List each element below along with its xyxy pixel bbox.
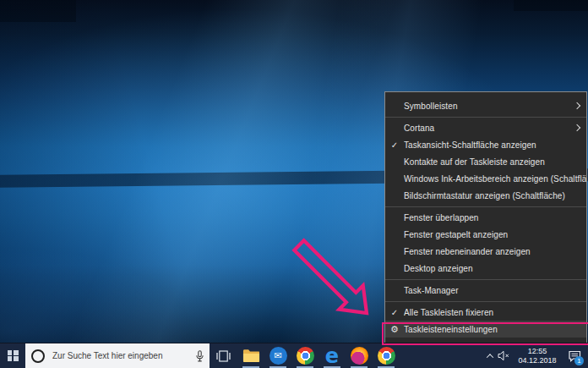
menu-item-taskansicht[interactable]: ✓ Taskansicht-Schaltfläche anzeigen: [385, 136, 586, 153]
wallpaper-dark-rect-topright: [514, 0, 588, 11]
menu-item-label: Kontakte auf der Taskleiste anzeigen: [404, 157, 586, 167]
menu-separator: [385, 206, 586, 207]
taskbar-app-chrome-2[interactable]: [373, 343, 400, 368]
menu-item-label: Task-Manager: [404, 286, 586, 295]
clock-time: 12:55: [515, 347, 559, 356]
taskbar-app-edge[interactable]: e: [318, 343, 346, 368]
desktop-screen: Symbolleisten Cortana ✓ Taskansicht-Scha…: [0, 0, 588, 368]
notification-badge: 1: [574, 356, 584, 365]
menu-item-label: Fenster überlappen: [404, 213, 586, 222]
wallpaper-dark-rect-topleft: [0, 0, 76, 22]
checkmark-icon: ✓: [385, 140, 404, 150]
cortana-icon: [31, 349, 45, 363]
system-tray: 12:55 04.12.2018 1: [487, 343, 588, 368]
taskbar-apps: ✉ e: [237, 343, 400, 368]
menu-item-label: Bildschirmtastatur anzeigen (Schaltfläch…: [404, 191, 586, 200]
task-view-button[interactable]: [210, 343, 237, 368]
submenu-chevron-icon: [574, 102, 580, 109]
menu-item-taskleisten-fixieren[interactable]: ✓ Alle Taskleisten fixieren: [385, 304, 586, 321]
submenu-chevron-icon: [574, 124, 580, 131]
menu-item-label: Alle Taskleisten fixieren: [404, 308, 586, 317]
menu-item-fenster-gestapelt[interactable]: Fenster gestapelt anzeigen: [385, 226, 586, 243]
taskbar-app-file-explorer[interactable]: [237, 343, 264, 368]
checkmark-icon: ✓: [385, 308, 404, 317]
menu-item-bildschirmtastatur[interactable]: Bildschirmtastatur anzeigen (Schaltfläch…: [385, 187, 586, 204]
windows-logo-icon: [8, 350, 19, 361]
firefox-icon: [351, 347, 368, 365]
task-view-icon: [216, 350, 231, 362]
start-button[interactable]: [0, 343, 25, 368]
action-center-button[interactable]: 1: [564, 345, 585, 367]
volume-muted-icon[interactable]: [498, 350, 510, 361]
chrome-icon: [297, 347, 314, 365]
search-input[interactable]: [51, 350, 190, 361]
clock-date: 04.12.2018: [515, 356, 559, 365]
microphone-icon[interactable]: [196, 350, 204, 362]
menu-item-label: Desktop anzeigen: [404, 264, 586, 273]
taskbar-app-mail[interactable]: ✉: [264, 343, 291, 368]
menu-separator: [385, 117, 586, 118]
menu-item-fenster-ueberlappen[interactable]: Fenster überlappen: [385, 209, 586, 226]
taskbar-clock[interactable]: 12:55 04.12.2018: [515, 347, 559, 365]
menu-item-label: Taskansicht-Schaltfläche anzeigen: [404, 140, 586, 150]
menu-item-label: Taskleisteneinstellungen: [404, 325, 586, 334]
menu-item-label: Cortana: [404, 124, 574, 133]
menu-item-label: Fenster gestapelt anzeigen: [404, 230, 586, 239]
taskbar-app-firefox[interactable]: [346, 343, 373, 368]
menu-item-cortana[interactable]: Cortana: [385, 119, 586, 136]
menu-item-windows-ink[interactable]: Windows Ink-Arbeitsbereich anzeigen (Sch…: [385, 170, 586, 187]
menu-separator: [385, 301, 586, 302]
taskbar: ✉ e: [0, 343, 588, 368]
taskbar-app-chrome[interactable]: [291, 343, 318, 368]
chrome-icon: [378, 347, 395, 365]
taskbar-search[interactable]: [25, 343, 210, 368]
gear-icon: ⚙: [385, 324, 404, 335]
show-hidden-icons-button[interactable]: [487, 353, 493, 359]
menu-item-taskleisteneinstellungen[interactable]: ⚙ Taskleisteneinstellungen: [385, 321, 586, 338]
menu-item-desktop-anzeigen[interactable]: Desktop anzeigen: [385, 260, 586, 277]
chevron-up-icon: [486, 354, 493, 360]
file-explorer-icon: [242, 349, 260, 363]
menu-item-label: Symbolleisten: [404, 102, 574, 111]
menu-item-kontakte[interactable]: Kontakte auf der Taskleiste anzeigen: [385, 153, 586, 170]
mail-icon: ✉: [270, 347, 287, 365]
menu-item-label: Fenster nebeneinander anzeigen: [404, 247, 586, 256]
menu-item-task-manager[interactable]: Task-Manager: [385, 282, 586, 299]
menu-item-symbolleisten[interactable]: Symbolleisten: [385, 97, 586, 114]
menu-item-fenster-nebeneinander[interactable]: Fenster nebeneinander anzeigen: [385, 243, 586, 260]
taskbar-context-menu: Symbolleisten Cortana ✓ Taskansicht-Scha…: [384, 91, 587, 344]
menu-separator: [385, 279, 586, 280]
menu-item-label: Windows Ink-Arbeitsbereich anzeigen (Sch…: [404, 174, 586, 184]
edge-icon: e: [323, 347, 341, 365]
